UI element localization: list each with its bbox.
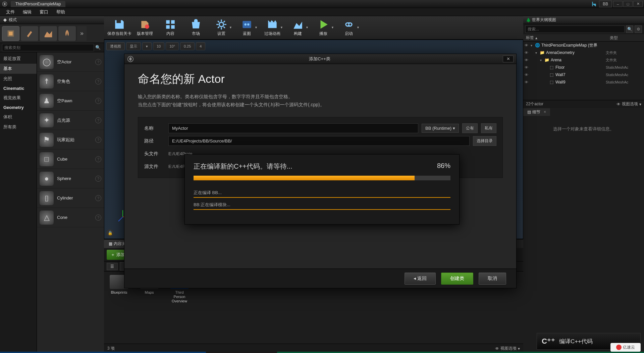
mode-category[interactable]: Geometry <box>0 103 37 112</box>
help-icon[interactable]: ? <box>95 156 101 162</box>
placeable-actor-item[interactable]: △Cone? <box>37 208 104 227</box>
outliner-row[interactable]: 👁⬚Wall9StaticMeshAc <box>523 78 644 86</box>
menu-help[interactable]: 帮助 <box>52 9 69 15</box>
toolbar-build-button[interactable]: 构建▼ <box>286 18 310 38</box>
expand-caret-icon[interactable]: ▾ <box>531 44 535 47</box>
dropdown-caret-icon[interactable]: ▼ <box>280 26 283 29</box>
viewport-toolbar-button[interactable]: 透视图 <box>106 42 125 50</box>
visibility-eye-icon[interactable]: 👁 <box>525 51 531 55</box>
outliner-row[interactable]: 👁▾🌐ThirdPersonExampleMap (世界 <box>523 42 644 49</box>
placeable-actor-item[interactable]: ⚑玩家起始? <box>37 130 104 150</box>
viewport-toolbar-button[interactable]: 10 <box>153 42 164 50</box>
content-view-options[interactable]: 👁视图选项▾ <box>495 346 520 351</box>
outliner-row[interactable]: 👁▾📁Arena文件夹 <box>523 56 644 64</box>
viewport-toolbar-button[interactable]: ▾ <box>142 42 152 50</box>
runtime-dropdown[interactable]: BB (Runtime)▾ <box>422 124 459 133</box>
menu-file[interactable]: 文件 <box>2 9 19 15</box>
close-tab-icon[interactable]: × <box>544 110 546 114</box>
placeable-actor-item[interactable]: ◯空Actor? <box>37 52 104 72</box>
toolbar-source-button[interactable]: 版本管理 <box>133 18 157 38</box>
viewport-lock-icon[interactable]: 🔒 <box>106 229 114 237</box>
viewport-toolbar-button[interactable]: 4 <box>196 42 205 50</box>
placeable-actor-item[interactable]: □Cube? <box>37 150 104 169</box>
help-icon[interactable]: ? <box>95 78 101 84</box>
placeable-actor-item[interactable]: ▯Cylinder? <box>37 188 104 208</box>
toolbar-settings-button[interactable]: 设置▼ <box>209 18 233 38</box>
expand-caret-icon[interactable]: ▾ <box>535 51 539 55</box>
outliner-tab[interactable]: 🌲 世界大纲视图 <box>523 16 644 24</box>
menu-edit[interactable]: 编辑 <box>19 9 36 15</box>
mode-category[interactable]: 光照 <box>0 74 37 84</box>
back-button[interactable]: 返回 <box>405 273 436 285</box>
visibility-eye-icon[interactable]: 👁 <box>525 80 531 84</box>
dropdown-caret-icon[interactable]: ▼ <box>255 26 258 29</box>
dropdown-caret-icon[interactable]: ▼ <box>229 26 232 29</box>
visibility-eye-icon[interactable]: 👁 <box>525 65 531 69</box>
outliner-view-options[interactable]: 👁视图选项▾ <box>616 101 641 107</box>
modes-panel-tab[interactable]: 模式 <box>0 16 104 24</box>
toolbar-save-button[interactable]: 保存当前关卡 <box>107 18 131 38</box>
help-icon[interactable]: ? <box>95 195 101 201</box>
mode-category[interactable]: 基本 <box>0 64 37 74</box>
private-button[interactable]: 私有 <box>481 123 496 133</box>
placeable-actor-item[interactable]: ✦点光源? <box>37 111 104 130</box>
modes-search-input[interactable] <box>2 44 94 51</box>
outliner-row[interactable]: 👁⬚FloorStaticMeshAc <box>523 64 644 71</box>
outliner-row[interactable]: 👁⬚Wall7StaticMeshAc <box>523 71 644 78</box>
viewport-toolbar-button[interactable]: 0.25 <box>180 42 195 50</box>
cancel-button[interactable]: 取消 <box>479 273 506 285</box>
help-icon[interactable]: ? <box>95 215 101 221</box>
map-tab[interactable]: ThirdPersonExampleMap <box>11 1 65 7</box>
project-name-box[interactable]: BB <box>599 1 612 7</box>
viewport-toolbar-button[interactable]: 显示 <box>126 42 141 50</box>
mode-foliage-button[interactable] <box>58 26 76 41</box>
placeable-actor-item[interactable]: ☨空角色? <box>37 72 104 91</box>
search-icon[interactable]: 🔍 <box>94 44 102 52</box>
details-tab[interactable]: ▤细节× <box>523 108 550 116</box>
mode-place-button[interactable] <box>2 26 19 41</box>
dropdown-caret-icon[interactable]: ▼ <box>357 26 360 29</box>
outliner-search-input[interactable] <box>525 25 625 33</box>
path-input[interactable] <box>168 136 470 146</box>
create-class-button[interactable]: 创建类 <box>441 273 473 285</box>
dropdown-caret-icon[interactable]: ▼ <box>306 26 309 29</box>
outliner-row[interactable]: 👁▾📁ArenaGeometry文件夹 <box>523 49 644 56</box>
expand-caret-icon[interactable]: ▾ <box>540 58 544 62</box>
mode-category[interactable]: 所有类 <box>0 122 37 132</box>
toolbar-market-button[interactable]: 市场 <box>184 18 208 38</box>
viewport-toolbar-button[interactable]: 10° <box>166 42 179 50</box>
maximize-button[interactable]: □ <box>623 1 633 7</box>
menu-window[interactable]: 窗口 <box>36 9 52 15</box>
visibility-eye-icon[interactable]: 👁 <box>525 58 531 62</box>
choose-folder-button[interactable]: 选择目录 <box>473 136 496 146</box>
mode-landscape-button[interactable] <box>40 26 57 41</box>
help-icon[interactable]: ? <box>95 98 101 104</box>
search-icon[interactable]: 🔍 <box>626 25 633 33</box>
class-name-input[interactable] <box>168 123 418 133</box>
minimize-button[interactable]: – <box>613 1 623 7</box>
mode-category[interactable]: 视觉效果 <box>0 93 37 103</box>
toolbar-play-button[interactable]: 播放▼ <box>311 18 335 38</box>
toolbar-cinematic-button[interactable]: 过场动画▼ <box>260 18 284 38</box>
help-icon[interactable]: ? <box>95 59 101 65</box>
modal-close-button[interactable]: ✕ <box>503 56 514 62</box>
mode-paint-button[interactable] <box>21 26 38 41</box>
toolbar-blueprint-button[interactable]: 蓝图▼ <box>235 18 259 38</box>
outliner-options-icon[interactable]: ⚙ <box>635 25 642 33</box>
close-button[interactable]: ✕ <box>633 1 643 7</box>
visibility-eye-icon[interactable]: 👁 <box>525 73 531 77</box>
public-button[interactable]: 公有 <box>462 123 478 133</box>
toolbar-launch-button[interactable]: 启动▼ <box>337 18 361 38</box>
toolbar-content-button[interactable]: 内容 <box>158 18 182 38</box>
placeable-actor-item[interactable]: ♟空Pawn? <box>37 91 104 111</box>
help-icon[interactable]: ? <box>95 137 101 143</box>
sort-caret-icon[interactable]: ▴ <box>535 36 537 40</box>
help-icon[interactable]: ? <box>95 117 101 123</box>
help-icon[interactable]: ? <box>95 176 101 182</box>
mode-category[interactable]: 体积 <box>0 112 37 122</box>
mode-category[interactable]: 最近放置 <box>0 54 37 64</box>
dropdown-caret-icon[interactable]: ▼ <box>331 26 334 29</box>
mode-category[interactable]: Cinematic <box>0 84 37 93</box>
mode-more-button[interactable]: » <box>77 26 87 41</box>
placeable-actor-item[interactable]: ●Sphere? <box>37 169 104 188</box>
